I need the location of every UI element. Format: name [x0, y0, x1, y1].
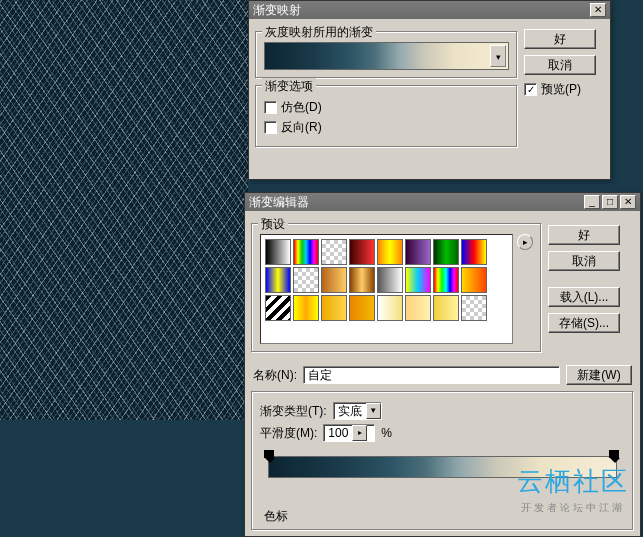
- watermark: 云栖社区 开发者论坛中江湖: [517, 464, 629, 515]
- chevron-right-icon: ▸: [352, 425, 367, 441]
- dialog-title: 渐变映射: [253, 2, 301, 19]
- preset-swatch[interactable]: [405, 267, 431, 293]
- type-select[interactable]: 实底 ▼: [333, 402, 382, 420]
- gradient-picker-arrow[interactable]: ▾: [490, 45, 506, 67]
- preset-swatch[interactable]: [461, 239, 487, 265]
- close-icon[interactable]: ✕: [590, 3, 606, 17]
- preset-swatch[interactable]: [321, 267, 347, 293]
- preset-swatch[interactable]: [293, 295, 319, 321]
- ok-button[interactable]: 好: [548, 225, 620, 245]
- preset-swatch[interactable]: [377, 267, 403, 293]
- name-input[interactable]: [303, 366, 560, 384]
- dither-checkbox[interactable]: 仿色(D): [264, 99, 509, 116]
- gradient-map-dialog: 渐变映射 ✕ 灰度映射所用的渐变 ▾ 渐变选项 仿色(D) 反向(R): [248, 0, 611, 180]
- cancel-button[interactable]: 取消: [524, 55, 596, 75]
- preset-swatch[interactable]: [433, 239, 459, 265]
- type-label: 渐变类型(T):: [260, 403, 327, 420]
- preset-swatch[interactable]: [265, 295, 291, 321]
- watermark-text: 云栖社区: [517, 464, 629, 499]
- checkbox-icon: [264, 101, 277, 114]
- gradient-options-group: 渐变选项 仿色(D) 反向(R): [255, 85, 518, 148]
- preset-swatch[interactable]: [321, 295, 347, 321]
- ok-button[interactable]: 好: [524, 29, 596, 49]
- group-label: 渐变选项: [262, 78, 316, 95]
- maximize-icon[interactable]: □: [602, 195, 618, 209]
- close-icon[interactable]: ✕: [620, 195, 636, 209]
- smoothness-input[interactable]: 100 ▸: [323, 424, 375, 442]
- preset-swatch[interactable]: [377, 239, 403, 265]
- preset-swatch[interactable]: [461, 267, 487, 293]
- mapping-gradient-group: 灰度映射所用的渐变 ▾: [255, 31, 518, 79]
- preview-checkbox[interactable]: ✓ 预览(P): [524, 81, 602, 98]
- smoothness-label: 平滑度(M):: [260, 425, 317, 442]
- checkbox-icon: [264, 121, 277, 134]
- preset-swatch[interactable]: [405, 239, 431, 265]
- preset-swatch[interactable]: [433, 295, 459, 321]
- new-button[interactable]: 新建(W): [566, 365, 632, 385]
- load-button[interactable]: 载入(L)...: [548, 287, 620, 307]
- presets-menu-icon[interactable]: ▸: [517, 234, 533, 250]
- checkbox-icon: ✓: [524, 83, 537, 96]
- group-label: 预设: [258, 216, 288, 233]
- cancel-button[interactable]: 取消: [548, 251, 620, 271]
- name-label: 名称(N):: [253, 367, 297, 384]
- preset-swatch[interactable]: [377, 295, 403, 321]
- percent-unit: %: [381, 426, 392, 440]
- preset-swatch[interactable]: [349, 295, 375, 321]
- preset-swatch[interactable]: [321, 239, 347, 265]
- group-label: 灰度映射所用的渐变: [262, 24, 376, 41]
- preset-swatch[interactable]: [461, 295, 487, 321]
- image-canvas: [0, 0, 248, 420]
- preset-swatch[interactable]: [349, 239, 375, 265]
- titlebar[interactable]: 渐变映射 ✕: [249, 1, 610, 19]
- reverse-checkbox[interactable]: 反向(R): [264, 119, 509, 136]
- presets-list[interactable]: [260, 234, 513, 344]
- presets-group: 预设 ▸: [251, 223, 542, 353]
- preset-swatch[interactable]: [293, 267, 319, 293]
- gradient-preview[interactable]: ▾: [264, 42, 509, 70]
- chevron-down-icon: ▼: [366, 403, 381, 419]
- preset-swatch[interactable]: [265, 267, 291, 293]
- opacity-stop[interactable]: [264, 456, 276, 468]
- preset-swatch[interactable]: [349, 267, 375, 293]
- minimize-icon[interactable]: _: [584, 195, 600, 209]
- preset-swatch[interactable]: [405, 295, 431, 321]
- preset-swatch[interactable]: [433, 267, 459, 293]
- preset-swatch[interactable]: [293, 239, 319, 265]
- titlebar[interactable]: 渐变编辑器 _ □ ✕: [245, 193, 640, 211]
- save-button[interactable]: 存储(S)...: [548, 313, 620, 333]
- watermark-subtext: 开发者论坛中江湖: [517, 501, 629, 515]
- dialog-title: 渐变编辑器: [249, 194, 309, 211]
- name-row: 名称(N): 新建(W): [253, 365, 632, 385]
- preset-swatch[interactable]: [265, 239, 291, 265]
